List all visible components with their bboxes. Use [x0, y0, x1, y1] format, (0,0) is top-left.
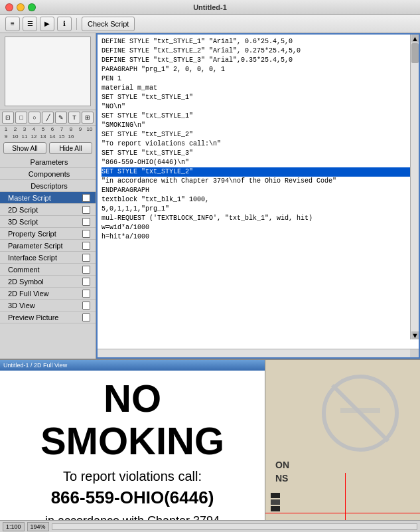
ruler-5: 5: [38, 126, 48, 132]
ruler-15: 13: [38, 133, 48, 139]
ruler-16: 14: [48, 133, 57, 139]
parameters-button[interactable]: Parameters: [0, 156, 96, 168]
app-window: Untitled-1 ≡ ☰ ▶ ℹ Check Script ⊡: [0, 0, 420, 532]
3d-script-label: 3D Script: [8, 218, 38, 226]
descriptors-label: Descriptors: [31, 182, 68, 190]
3d-script-checkbox[interactable]: [82, 218, 90, 226]
script-item-2d-full[interactable]: 2D Full View: [0, 288, 96, 300]
script-item-property[interactable]: Property Script: [0, 228, 96, 240]
on-label: ON: [275, 460, 289, 470]
vertical-scrollbar[interactable]: ▲ ▼: [410, 35, 419, 339]
script-item-master[interactable]: Master Script: [0, 192, 96, 204]
comment-checkbox[interactable]: [82, 266, 90, 274]
ruler-17: 15: [57, 133, 66, 139]
ruler-6: 6: [48, 126, 57, 132]
no-smoking-content: NO SMOKING To report violations call: 86…: [0, 371, 265, 532]
no-smoking-symbol: [320, 373, 400, 453]
number-ruler: 1 2 3 4 5 6 7 8 9 10: [0, 126, 96, 133]
play-icon: ▶: [44, 20, 50, 27]
2d-script-label: 2D Script: [8, 206, 38, 214]
ruler-11: 9: [1, 133, 11, 139]
play-icon-btn[interactable]: ▶: [40, 17, 54, 31]
script-item-2d[interactable]: 2D Script: [0, 204, 96, 216]
interface-script-checkbox[interactable]: [82, 254, 90, 262]
window-title: Untitled-1: [193, 3, 227, 11]
toolbar-separator: [76, 18, 77, 30]
script-item-3d-view[interactable]: 3D View: [0, 300, 96, 311]
master-script-checkbox[interactable]: [82, 194, 90, 202]
view-left-title: Untitled-1 / 2D Full View: [0, 360, 265, 371]
script-item-3d[interactable]: 3D Script: [0, 216, 96, 228]
3d-view-checkbox[interactable]: [82, 302, 90, 310]
script-item-interface[interactable]: Interface Script: [0, 252, 96, 264]
maximize-button[interactable]: [28, 3, 36, 11]
script-item-2d-symbol[interactable]: 2D Symbol: [0, 276, 96, 288]
info-icon-btn[interactable]: ℹ: [57, 17, 72, 31]
script-list: Master Script 2D Script 3D Script Proper…: [0, 192, 96, 359]
icon-btn-7[interactable]: ⊞: [82, 112, 94, 124]
script-item-preview[interactable]: Preview Picture: [0, 311, 96, 323]
icon-btn-4[interactable]: ╱: [42, 112, 54, 124]
title-bar: Untitled-1: [0, 0, 420, 15]
ruler-4: 4: [29, 126, 38, 132]
ruler-14: 12: [29, 133, 38, 139]
view-right: ON NS: [265, 360, 420, 532]
script-content[interactable]: DEFINE STYLE "txt_STYLE_1" "Arial", 0.6*…: [98, 35, 419, 244]
show-hide-row: Show All Hide All: [0, 140, 96, 156]
ruler-10: 10: [85, 126, 94, 132]
components-button[interactable]: Components: [0, 168, 96, 180]
status-bar: 1:100 194%: [0, 520, 420, 532]
icon-btn-1[interactable]: ⊡: [2, 112, 14, 124]
circle-icon: ○: [33, 114, 36, 121]
preview-inner: [5, 37, 90, 106]
text-icon: T: [72, 114, 76, 121]
2d-script-checkbox[interactable]: [82, 206, 90, 214]
close-button[interactable]: [5, 3, 13, 11]
parameters-label: Parameters: [31, 158, 68, 166]
ruler-18: 16: [66, 133, 76, 139]
script-editor[interactable]: DEFINE STYLE "txt_STYLE_1" "Arial", 0.6*…: [96, 33, 420, 359]
horizontal-scrollbar[interactable]: [98, 349, 419, 357]
info-icon: ℹ: [63, 20, 66, 27]
scroll-up-arrow[interactable]: ▲: [411, 35, 419, 43]
ruler-1: 1: [1, 126, 11, 132]
icon-btn-3[interactable]: ○: [29, 112, 40, 124]
toolbar: ≡ ☰ ▶ ℹ Check Script: [0, 15, 420, 33]
hide-all-button[interactable]: Hide All: [49, 142, 92, 154]
descriptors-button[interactable]: Descriptors: [0, 180, 96, 192]
parameter-script-checkbox[interactable]: [82, 242, 90, 250]
zoom-indicator: 194%: [27, 522, 49, 531]
script-item-comment[interactable]: Comment: [0, 264, 96, 276]
check-script-button[interactable]: Check Script: [82, 17, 135, 31]
icon-btn-6[interactable]: T: [68, 112, 80, 124]
master-script-label: Master Script: [8, 194, 51, 202]
property-script-checkbox[interactable]: [82, 230, 90, 238]
view-left: Untitled-1 / 2D Full View NO SMOKING To …: [0, 360, 265, 532]
ruler-3: 3: [20, 126, 29, 132]
interface-script-label: Interface Script: [8, 254, 57, 262]
icon-btn-5[interactable]: ✎: [55, 112, 67, 124]
preview-picture-checkbox[interactable]: [82, 313, 90, 321]
2d-symbol-checkbox[interactable]: [82, 278, 90, 286]
scroll-thumb[interactable]: [411, 43, 419, 63]
preview-picture-label: Preview Picture: [8, 313, 58, 321]
ruler-8: 8: [66, 126, 76, 132]
2d-full-view-checkbox[interactable]: [82, 290, 90, 298]
view-left-title-text: Untitled-1 / 2D Full View: [3, 362, 67, 369]
ruler-2: 2: [11, 126, 20, 132]
script-item-parameter[interactable]: Parameter Script: [0, 240, 96, 252]
no-smoking-line2: SMOKING: [13, 420, 251, 462]
progress-bar: [52, 523, 417, 530]
2d-symbol-label: 2D Symbol: [8, 278, 44, 286]
list-icon-btn[interactable]: ≡: [5, 17, 20, 31]
ruler-12: 10: [11, 133, 20, 139]
h-scroll-track[interactable]: [98, 349, 410, 357]
scroll-down-arrow[interactable]: ▼: [411, 331, 419, 339]
show-all-button[interactable]: Show All: [3, 142, 46, 154]
icon-btn-2[interactable]: □: [15, 112, 27, 124]
list2-icon-btn[interactable]: ☰: [23, 17, 37, 31]
2d-full-view-label: 2D Full View: [8, 290, 49, 298]
minimize-button[interactable]: [17, 3, 25, 11]
door-blocks: [271, 493, 280, 511]
pen-icon: ✎: [58, 114, 64, 121]
